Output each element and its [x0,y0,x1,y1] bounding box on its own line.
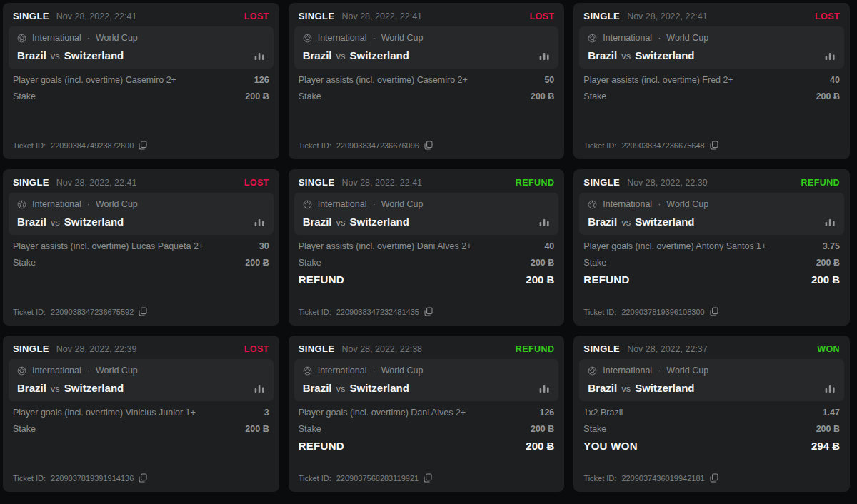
stats-icon[interactable] [825,218,836,226]
stats-icon[interactable] [254,51,265,60]
home-team: Brazil [588,382,617,394]
tournament-label: World Cup [96,366,138,376]
bet-label: Player goals (incl. overtime) Antony San… [583,241,766,251]
bet-row: Player assists (incl. overtime) Fred 2+ … [582,75,841,85]
copy-icon[interactable] [139,141,147,150]
stake-label: Stake [299,424,321,434]
match-panel: International · World Cup Brazil vs Swit… [579,26,844,69]
copy-icon[interactable] [424,307,433,316]
stats-icon[interactable] [539,51,550,60]
copy-icon[interactable] [710,473,718,483]
league-label: International [32,33,81,43]
bet-ticket-card: SINGLE Nov 28, 2022, 22:41 LOST Internat… [3,169,279,326]
stake-value: 200 Ƀ [245,424,269,434]
ticket-header: SINGLE Nov 28, 2022, 22:38 REFUND [297,342,556,359]
ticket-header: SINGLE Nov 28, 2022, 22:41 LOST [11,176,271,193]
soccer-ball-icon [588,200,597,209]
tournament-label: World Cup [381,33,424,43]
match-panel: International · World Cup Brazil vs Swit… [294,193,559,235]
card-spacer [297,452,556,473]
copy-icon[interactable] [710,141,718,150]
bet-datetime: Nov 28, 2022, 22:41 [341,11,422,21]
vs-label: vs [51,51,60,61]
ticket-row: Ticket ID: 2209037819391914136 [11,473,271,483]
stake-row: Stake 200 Ƀ [582,258,841,268]
league-label: International [603,199,652,209]
bet-label: Player goals (incl. overtime) Casemiro 2… [13,75,176,85]
vs-label: vs [51,217,60,228]
home-team: Brazil [17,216,46,228]
bet-type-label: SINGLE [299,11,335,21]
league-separator: · [87,366,90,376]
league-separator: · [87,33,90,43]
stake-row: Stake 200 Ƀ [297,258,556,268]
league-row: International · World Cup [17,33,265,43]
bet-datetime: Nov 28, 2022, 22:41 [56,11,137,21]
soccer-ball-icon [17,200,26,209]
bet-row: 1x2 Brazil 1.47 [582,408,841,418]
bet-ticket-card: SINGLE Nov 28, 2022, 22:38 REFUND Intern… [289,336,565,492]
bet-type-label: SINGLE [583,177,620,188]
ticket-id-value: 2209037568283119921 [336,474,419,483]
away-team: Switzerland [64,49,124,61]
ticket-row: Ticket ID: 2209038347232481435 [297,307,556,316]
match-row: Brazil vs Switzerland [17,382,265,394]
bet-datetime: Nov 28, 2022, 22:38 [341,344,422,354]
match-panel: International · World Cup Brazil vs Swit… [9,193,274,235]
stats-icon[interactable] [254,218,265,226]
result-row: REFUND 200 Ƀ [582,273,841,286]
bet-type-label: SINGLE [13,343,49,354]
bet-datetime: Nov 28, 2022, 22:41 [56,178,137,188]
bet-odds: 126 [254,75,269,85]
match-row: Brazil vs Switzerland [303,382,551,394]
league-label: International [32,366,81,376]
bet-label: 1x2 Brazil [583,408,623,418]
stake-value: 200 Ƀ [816,424,840,434]
away-team: Switzerland [635,382,694,394]
copy-icon[interactable] [710,307,718,316]
bet-label: Player assists (incl. overtime) Lucas Pa… [13,241,204,251]
stats-icon[interactable] [825,384,836,393]
copy-icon[interactable] [424,473,432,483]
stake-label: Stake [13,424,36,434]
bet-label: Player assists (incl. overtime) Dani Alv… [299,241,472,251]
ticket-id-value: 2209038347236675648 [621,141,704,150]
vs-label: vs [621,217,631,228]
stake-value: 200 Ƀ [531,424,554,434]
result-value: 294 Ƀ [811,440,840,452]
stats-icon[interactable] [539,384,550,393]
bet-odds: 1.47 [823,408,840,418]
ticket-id-value: 2209037819391914136 [51,474,134,483]
result-row: REFUND 200 Ƀ [297,273,556,286]
copy-icon[interactable] [139,473,147,483]
soccer-ball-icon [588,34,597,43]
bet-ticket-card: SINGLE Nov 28, 2022, 22:41 LOST Internat… [3,3,279,159]
home-team: Brazil [588,216,617,228]
stats-icon[interactable] [254,384,265,393]
status-badge: WON [817,344,840,354]
stats-icon[interactable] [539,218,550,226]
match-panel: International · World Cup Brazil vs Swit… [9,359,274,401]
result-label: REFUND [299,440,344,452]
result-row: YOU WON 294 Ƀ [582,440,841,452]
stake-label: Stake [583,258,606,268]
match-row: Brazil vs Switzerland [17,216,265,228]
match-row: Brazil vs Switzerland [588,216,836,228]
match-panel: International · World Cup Brazil vs Swit… [579,193,844,235]
copy-icon[interactable] [139,307,147,316]
ticket-id-label: Ticket ID: [583,308,616,316]
soccer-ball-icon [303,34,312,43]
bet-ticket-card: SINGLE Nov 28, 2022, 22:41 REFUND Intern… [289,169,565,326]
bet-type-label: SINGLE [299,343,335,354]
bet-label: Player assists (incl. overtime) Casemiro… [299,75,468,85]
vs-label: vs [621,383,631,394]
result-value: 200 Ƀ [526,440,554,452]
ticket-header: SINGLE Nov 28, 2022, 22:41 LOST [582,9,841,26]
status-badge: REFUND [801,178,840,188]
status-badge: LOST [244,178,269,188]
stats-icon[interactable] [825,51,836,60]
tournament-label: World Cup [96,33,138,43]
card-spacer [297,101,556,141]
copy-icon[interactable] [424,141,433,150]
card-spacer [582,101,841,141]
